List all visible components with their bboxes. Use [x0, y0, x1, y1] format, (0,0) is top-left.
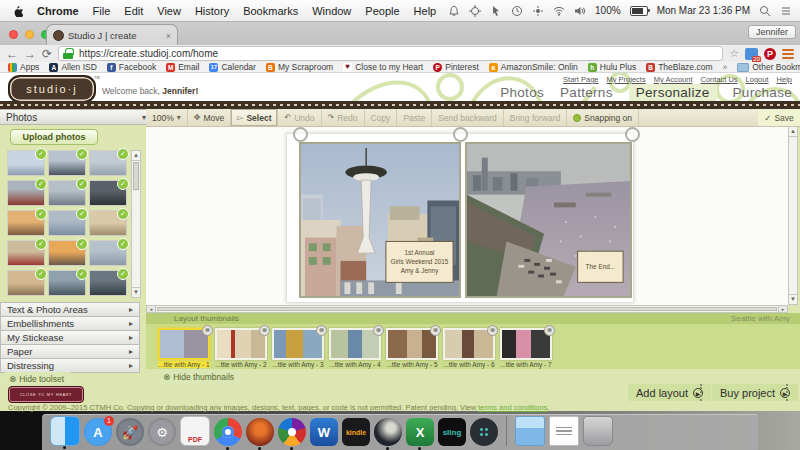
- scroll-down-icon[interactable]: ▼: [132, 287, 140, 297]
- layout-thumb-6[interactable]: ⊗ ...ttle with Amy - 6: [443, 328, 495, 368]
- pinterest-extension-icon[interactable]: P: [764, 48, 776, 60]
- bookmark-close-to-my-heart[interactable]: ♥Close to my Heart: [343, 62, 423, 72]
- layout-thumb-4[interactable]: ⊗ ...ttle with Amy - 4: [329, 328, 381, 368]
- scroll-up-icon[interactable]: ▲: [132, 151, 140, 161]
- finder-icon[interactable]: [50, 416, 80, 446]
- menubar-item-history[interactable]: History: [195, 5, 229, 17]
- system-preferences-icon[interactable]: ⚙: [148, 418, 176, 446]
- section-paper[interactable]: Paper▸: [0, 345, 140, 359]
- url-field[interactable]: https://create.studioj.com/home: [58, 46, 723, 61]
- select-tool-button[interactable]: ▻Select: [231, 109, 278, 126]
- delete-layout-icon[interactable]: ⊗: [202, 325, 213, 336]
- photo-thumbnail[interactable]: ✓: [7, 240, 45, 266]
- section-distressing[interactable]: Distressing▸: [0, 359, 140, 373]
- upload-photos-button[interactable]: Upload photos: [10, 129, 98, 145]
- menubar-item-people[interactable]: People: [365, 5, 399, 17]
- menubar-item-window[interactable]: Window: [312, 5, 351, 17]
- scrollbar-thumb[interactable]: [133, 162, 139, 190]
- bookmark-my-scraproom[interactable]: BMy Scraproom: [266, 62, 333, 72]
- add-layout-button[interactable]: Add layout ▶: [628, 384, 711, 401]
- wifi-icon[interactable]: [553, 5, 565, 17]
- photo-thumbnail[interactable]: ✓: [7, 150, 45, 176]
- terms-link[interactable]: terms and conditions: [478, 403, 547, 412]
- scroll-down-icon[interactable]: ▼: [789, 294, 797, 304]
- bookmark-pinterest[interactable]: PPinterest: [433, 62, 479, 72]
- volume-icon[interactable]: [574, 5, 586, 17]
- copy-button[interactable]: Copy: [365, 109, 398, 126]
- delete-layout-icon[interactable]: ⊗: [430, 325, 441, 336]
- undo-button[interactable]: ↶Undo: [278, 109, 321, 126]
- apple-menu-icon[interactable]: [12, 5, 23, 17]
- section-embellishments[interactable]: Embellishments▸: [0, 317, 140, 331]
- link-start-page[interactable]: Start Page: [563, 75, 598, 84]
- bookmark-star-icon[interactable]: ☆: [729, 47, 739, 60]
- nav-patterns[interactable]: Patterns: [560, 85, 613, 100]
- link-logout[interactable]: Logout: [746, 75, 769, 84]
- forward-button[interactable]: →: [24, 48, 36, 60]
- photo-thumbnail[interactable]: ✓: [48, 240, 86, 266]
- photo-seattle-waterfront[interactable]: The End...: [465, 142, 632, 298]
- scrollbar-thumb[interactable]: [157, 307, 777, 311]
- menubar-item-chrome[interactable]: Chrome: [37, 5, 79, 17]
- photo-thumbnail[interactable]: ✓: [48, 180, 86, 206]
- redo-button[interactable]: ↷Redo: [322, 109, 365, 126]
- documents-stack-icon[interactable]: [515, 416, 545, 446]
- photo-thumbnail[interactable]: ✓: [89, 180, 127, 206]
- word-icon[interactable]: W: [310, 418, 338, 446]
- photo-thumbnail[interactable]: ✓: [48, 210, 86, 236]
- photo-thumbnail[interactable]: ✓: [7, 210, 45, 236]
- kindle-icon[interactable]: kindle: [342, 418, 370, 446]
- keyboard-brightness-icon[interactable]: [532, 5, 544, 17]
- layout-thumb-3[interactable]: ⊗ ...ttle with Amy - 3: [272, 328, 324, 368]
- launchpad-icon[interactable]: 🚀: [116, 418, 144, 446]
- studioj-logo[interactable]: studio·j: [8, 75, 96, 101]
- photo-thumbnail[interactable]: ✓: [48, 270, 86, 296]
- extension-icon[interactable]: 20: [745, 48, 758, 60]
- menubar-item-file[interactable]: File: [93, 5, 111, 17]
- other-bookmarks[interactable]: Other Bookmarks: [737, 62, 800, 72]
- delete-layout-icon[interactable]: ⊗: [316, 325, 327, 336]
- layout-thumb-5[interactable]: ⊗ ...ttle with Amy - 5: [386, 328, 438, 368]
- photo-thumbnail[interactable]: ✓: [89, 150, 127, 176]
- bookmark-theblaze[interactable]: BTheBlaze.com: [646, 62, 712, 72]
- menubar-item-bookmarks[interactable]: Bookmarks: [243, 5, 298, 17]
- move-tool-button[interactable]: ✥Move: [188, 109, 232, 126]
- tab-close-icon[interactable]: ×: [166, 31, 171, 41]
- ssl-lock-icon[interactable]: [65, 48, 74, 55]
- photo-thumbnail[interactable]: ✓: [7, 270, 45, 296]
- link-contact-us[interactable]: Contact Us: [701, 75, 738, 84]
- delete-layout-icon[interactable]: ⊗: [373, 325, 384, 336]
- menubar-item-view[interactable]: View: [157, 5, 181, 17]
- bookmark-email[interactable]: MEmail: [166, 62, 199, 72]
- menubar-item-help[interactable]: Help: [414, 5, 437, 17]
- pdf-app-icon[interactable]: PDF: [180, 416, 210, 446]
- trash-icon[interactable]: [583, 416, 613, 446]
- browser-tab[interactable]: Studio J | create ×: [46, 24, 178, 46]
- excel-icon[interactable]: X: [406, 418, 434, 446]
- photos-panel-header[interactable]: Photos ▾: [0, 109, 153, 125]
- pointer-icon[interactable]: [490, 5, 502, 17]
- save-button[interactable]: ✓ Save: [758, 109, 800, 127]
- hide-toolset-link[interactable]: ⊗Hide toolset: [4, 372, 72, 386]
- chrome-profile-button[interactable]: Jennifer: [748, 25, 796, 39]
- document-icon[interactable]: [549, 416, 579, 446]
- crosshair-icon[interactable]: [469, 5, 481, 17]
- notification-bell-icon[interactable]: [448, 5, 460, 17]
- bookmarks-overflow-icon[interactable]: »: [723, 62, 728, 72]
- layout-thumb-2[interactable]: ⊗ ...ttle with Amy - 2: [215, 328, 267, 368]
- layout-page[interactable]: 1st Annual Girls Weekend 2015 Amy & Jenn…: [286, 133, 634, 303]
- photo-thumbnail[interactable]: ✓: [48, 150, 86, 176]
- hide-thumbnails-link[interactable]: ⊗ Hide thumbnails: [158, 370, 242, 384]
- sling-icon[interactable]: sling: [438, 418, 466, 446]
- snapping-toggle[interactable]: Snapping on: [567, 109, 639, 126]
- scroll-right-icon[interactable]: ▸: [778, 306, 787, 312]
- send-backward-button[interactable]: Send backward: [432, 109, 504, 126]
- photo-thumbnail[interactable]: ✓: [7, 180, 45, 206]
- bookmark-hulu[interactable]: hHulu Plus: [588, 62, 636, 72]
- section-my-stickease[interactable]: My Stickease▸: [0, 331, 140, 345]
- scroll-left-icon[interactable]: ◂: [147, 306, 156, 312]
- rotate-handle[interactable]: [453, 127, 468, 142]
- delete-layout-icon[interactable]: ⊗: [544, 325, 555, 336]
- photo-thumbnail[interactable]: ✓: [89, 210, 127, 236]
- minimize-window-button[interactable]: [25, 30, 34, 39]
